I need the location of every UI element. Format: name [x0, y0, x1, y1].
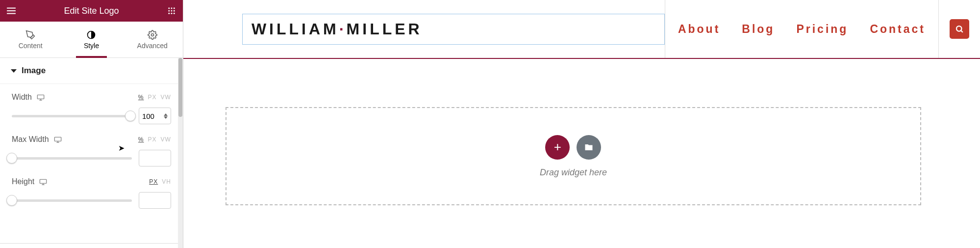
sidebar-header: Edit Site Logo — [0, 0, 183, 22]
height-input[interactable] — [142, 196, 159, 205]
nav-pricing[interactable]: Pricing — [796, 23, 848, 36]
height-slider[interactable] — [12, 199, 132, 202]
svg-point-2 — [174, 7, 175, 9]
nav-blog[interactable]: Blog — [742, 23, 775, 36]
unit-vw[interactable]: VW — [161, 136, 171, 143]
unit-px[interactable]: PX — [149, 178, 158, 185]
max-width-slider-thumb[interactable] — [6, 153, 17, 164]
search-button[interactable] — [950, 19, 969, 39]
nav-search-wrap — [938, 0, 980, 58]
height-units: PX VH — [149, 178, 171, 185]
section-image-header[interactable]: Image — [0, 58, 183, 84]
tab-advanced[interactable]: Advanced — [122, 22, 183, 57]
width-units: % PX VW — [138, 94, 171, 101]
height-input-box — [139, 192, 171, 209]
tab-style-label: Style — [84, 42, 99, 50]
width-label: Width — [12, 93, 32, 102]
sidebar-title: Edit Site Logo — [17, 6, 166, 16]
width-input-box — [139, 108, 171, 124]
responsive-icon[interactable] — [54, 136, 62, 143]
control-max-width: Max Width % PX VW — [12, 135, 171, 166]
site-logo-widget[interactable]: WILLIAM·MILLER — [242, 14, 665, 45]
max-width-slider[interactable] — [12, 157, 132, 160]
svg-rect-11 — [37, 95, 44, 99]
unit-percent[interactable]: % — [138, 94, 144, 101]
image-controls: Width % PX VW — [0, 84, 183, 224]
plus-icon: + — [554, 139, 561, 155]
unit-percent[interactable]: % — [138, 136, 144, 143]
svg-rect-13 — [40, 179, 47, 183]
editor-tabs: Content Style Advanced — [0, 22, 183, 58]
dropzone-hint: Drag widget here — [540, 167, 607, 178]
site-header: WILLIAM·MILLER About Blog Pricing Contac… — [183, 0, 980, 59]
unit-px[interactable]: PX — [148, 136, 157, 143]
max-width-label: Max Width — [12, 135, 49, 144]
width-step-up[interactable] — [164, 113, 168, 116]
logo-first: WILLIAM — [251, 20, 339, 38]
add-section-button[interactable]: + — [545, 135, 570, 160]
svg-point-14 — [956, 26, 962, 31]
unit-vh[interactable]: VH — [162, 178, 171, 185]
tab-content[interactable]: Content — [0, 22, 61, 57]
control-width: Width % PX VW — [12, 93, 171, 124]
editor-sidebar: Edit Site Logo Content Style Advanced Im… — [0, 0, 183, 248]
tab-style[interactable]: Style — [61, 22, 122, 57]
width-slider[interactable] — [12, 115, 132, 117]
responsive-icon[interactable] — [37, 94, 45, 101]
svg-point-1 — [171, 7, 172, 9]
unit-px[interactable]: PX — [148, 94, 157, 101]
folder-icon — [584, 143, 594, 152]
nav-contact[interactable]: Contact — [870, 23, 926, 36]
nav-about[interactable]: About — [678, 23, 720, 36]
logo-last: MILLER — [347, 20, 423, 38]
divider — [0, 243, 181, 244]
section-image-label: Image — [22, 66, 46, 76]
max-width-units: % PX VW — [138, 136, 171, 143]
template-library-button[interactable] — [577, 135, 601, 160]
svg-rect-12 — [54, 137, 61, 141]
max-width-input-box — [139, 150, 171, 166]
svg-point-5 — [174, 10, 175, 12]
svg-point-8 — [174, 13, 175, 14]
svg-point-7 — [171, 13, 172, 14]
max-width-input[interactable] — [142, 154, 159, 163]
unit-vw[interactable]: VW — [161, 94, 171, 101]
width-step-down[interactable] — [164, 116, 168, 119]
height-label: Height — [12, 177, 34, 186]
width-input[interactable] — [142, 112, 159, 120]
svg-point-3 — [168, 10, 170, 12]
height-slider-thumb[interactable] — [6, 195, 17, 206]
menu-icon[interactable] — [6, 5, 17, 16]
preview-canvas: WILLIAM·MILLER About Blog Pricing Contac… — [183, 0, 980, 248]
logo-dot: · — [339, 20, 347, 38]
sidebar-scrollbar[interactable] — [178, 58, 183, 248]
widget-dropzone[interactable]: + Drag widget here — [226, 107, 921, 205]
svg-point-0 — [168, 7, 170, 9]
site-logo-text: WILLIAM·MILLER — [251, 20, 655, 38]
apps-grid-icon[interactable] — [166, 5, 177, 16]
svg-point-10 — [151, 33, 153, 36]
search-icon — [955, 25, 964, 33]
width-slider-thumb[interactable] — [125, 110, 136, 121]
chevron-down-icon — [11, 69, 17, 73]
svg-point-6 — [168, 13, 170, 14]
responsive-icon[interactable] — [39, 178, 47, 185]
control-height: Height PX VH — [12, 177, 171, 209]
tab-content-label: Content — [19, 42, 43, 50]
tab-advanced-label: Advanced — [137, 42, 168, 50]
svg-point-4 — [171, 10, 172, 12]
site-nav: About Blog Pricing Contact — [665, 0, 938, 58]
scrollbar-thumb[interactable] — [178, 58, 182, 117]
